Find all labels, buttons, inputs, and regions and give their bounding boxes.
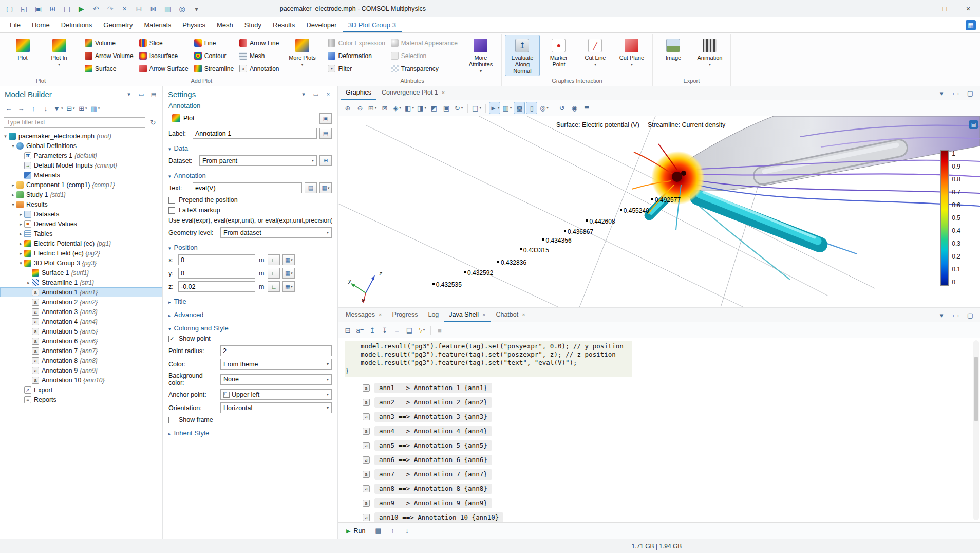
zoom-extents-button[interactable]: ⊠ (379, 102, 390, 114)
mesh-button[interactable]: Mesh (238, 49, 283, 62)
refresh-tree-button[interactable]: ↻ (147, 116, 159, 128)
create-dataset-button[interactable] (319, 155, 332, 166)
expression-menu-button[interactable] (282, 268, 295, 279)
tree-item-default-model-inputs[interactable]: Default Model Inputs{cminpt} (0, 160, 162, 170)
declared-variables-button[interactable]: a= (354, 324, 366, 336)
menu-tab-developer[interactable]: Developer (300, 17, 342, 32)
search-icon[interactable]: ◎ (178, 5, 186, 13)
history-down-button[interactable]: ↓ (401, 525, 412, 537)
background-color-select[interactable]: None (220, 374, 332, 385)
tree-item-pacemaker-electrode-mph[interactable]: ▾pacemaker_electrode.mph(root) (0, 131, 162, 141)
panel-options-button[interactable]: ▤ (149, 90, 158, 98)
desktop-layout-icon[interactable]: ▦ (966, 20, 976, 30)
tree-item-global-definitions[interactable]: ▾Global Definitions (0, 141, 162, 151)
surface-button[interactable]: Surface (83, 62, 138, 75)
geometry-level-select[interactable]: From dataset (220, 227, 332, 238)
tree-expander-icon[interactable]: ▾ (10, 143, 16, 149)
float-panel-button[interactable]: ▭ (137, 90, 145, 98)
tree-item-datasets[interactable]: ▸Datasets (0, 209, 162, 219)
range-button[interactable] (268, 254, 280, 265)
tree-expander-icon[interactable]: ▸ (17, 222, 24, 227)
tree-expander-icon[interactable]: ▾ (10, 202, 16, 207)
section-inherit-style[interactable]: Inherit Style (168, 429, 332, 437)
annotation-button[interactable]: Annotation (238, 62, 283, 75)
tree-item-electric-field-ec[interactable]: ▸Electric Field (ec){pg2} (0, 248, 162, 258)
tree-item-study-1[interactable]: ▸Study 1{std1} (0, 190, 162, 199)
tree-item-streamline-1[interactable]: ▸Streamline 1{str1} (0, 278, 162, 287)
tree-item-annotation-4[interactable]: Annotation 4{ann4} (0, 317, 162, 326)
redo-icon[interactable]: ↷ (106, 5, 115, 13)
menu-tab-physics[interactable]: Physics (177, 17, 211, 32)
show-grid-button[interactable]: ▩ (514, 102, 525, 114)
tree-item-annotation-1[interactable]: Annotation 1{ann1} (0, 287, 162, 297)
zoom-box-button[interactable]: ⊞▾ (367, 102, 378, 114)
tree-expander-icon[interactable]: ▸ (17, 241, 24, 246)
new-file-icon[interactable]: ▢ (5, 5, 14, 13)
menu-tab-3d-plot-group-3[interactable]: 3D Plot Group 3 (343, 17, 402, 32)
rotate-view-button[interactable]: ↻▾ (453, 102, 464, 114)
shell-scrollbar-thumb[interactable] (974, 357, 978, 421)
point-radius-input[interactable] (220, 345, 332, 356)
dataset-select[interactable]: From parent (199, 155, 317, 166)
camera-button[interactable]: ▣ (441, 102, 452, 114)
tree-expander-icon[interactable]: ▸ (25, 280, 32, 285)
label-input[interactable] (193, 128, 317, 139)
close-tab-icon[interactable] (379, 311, 382, 318)
close-panel-button[interactable]: × (324, 90, 332, 98)
close-tab-icon[interactable] (442, 89, 445, 96)
menu-tab-study[interactable]: Study (239, 17, 267, 32)
menu-tab-geometry[interactable]: Geometry (98, 17, 138, 32)
zoom-out-button[interactable]: ⊖ (354, 102, 366, 114)
isosurface-button[interactable]: Isosurface (138, 49, 193, 62)
expand-all-button[interactable]: ⊞▾ (77, 102, 88, 115)
tree-item-annotation-3[interactable]: Annotation 3{ann3} (0, 307, 162, 317)
panel-menu-button[interactable]: ▾ (936, 87, 947, 99)
section-title[interactable]: Title (168, 298, 332, 305)
panel-menu-button[interactable]: ▾ (936, 309, 947, 321)
maximize-icon[interactable]: □ (933, 0, 956, 17)
update-plot-button[interactable]: ↺ (556, 102, 568, 114)
menu-tab-definitions[interactable]: Definitions (55, 17, 98, 32)
expression-menu-button[interactable] (319, 182, 332, 193)
minimize-icon[interactable]: ─ (909, 0, 933, 17)
image-button[interactable]: Image (656, 35, 691, 76)
tab-graphics[interactable]: Graphics (341, 86, 376, 100)
animation-button[interactable]: Animation▾ (692, 35, 727, 76)
model-builder-layout-button[interactable]: ▥▾ (89, 102, 101, 115)
tab-progress[interactable]: Progress (387, 308, 423, 322)
arrow-line-button[interactable]: Arrow Line (238, 36, 283, 49)
run-icon[interactable]: ▶ (77, 5, 86, 13)
scroll-to-top-button[interactable]: ↥ (367, 324, 378, 336)
toolbar-overflow-icon[interactable]: ▾ (192, 5, 201, 13)
tree-item-parameters-1[interactable]: Parameters 1{default} (0, 151, 162, 160)
history-up-button[interactable]: ↑ (387, 525, 398, 537)
latex-markup-checkbox[interactable] (168, 207, 175, 214)
tree-item-export[interactable]: Export (0, 385, 162, 395)
view-xy-plane-button[interactable]: ◧▾ (404, 102, 415, 114)
graphics-context-icon[interactable]: ▤ (969, 120, 978, 129)
tree-item-surface-1[interactable]: Surface 1{surf1} (0, 268, 162, 278)
section-coloring-and-style[interactable]: Coloring and Style (168, 324, 332, 332)
maximize-panel-button[interactable]: ▢ (965, 309, 976, 321)
menu-tab-home[interactable]: Home (26, 17, 55, 32)
marker-point-button[interactable]: Marker Point (541, 35, 576, 76)
contour-button[interactable]: Contour (193, 49, 238, 62)
tree-item-derived-values[interactable]: ▸Derived Values (0, 219, 162, 229)
color-select[interactable]: From theme (220, 359, 332, 370)
go-to-default-view-button[interactable]: ◈▾ (391, 102, 403, 114)
slice-button[interactable]: Slice (138, 36, 193, 49)
view-yz-plane-button[interactable]: ◨▾ (416, 102, 427, 114)
tree-item-annotation-6[interactable]: Annotation 6{ann6} (0, 336, 162, 346)
filter-button[interactable]: Filter (326, 62, 389, 75)
tree-item-electric-potential-ec[interactable]: ▸Electric Potential (ec){pg1} (0, 238, 162, 248)
shell-scrollbar[interactable] (973, 340, 979, 520)
deformation-button[interactable]: Deformation (326, 49, 389, 62)
tree-expander-icon[interactable]: ▸ (17, 212, 24, 217)
plot-in-button[interactable]: Plot In▾ (42, 35, 77, 76)
save-as-icon[interactable]: ⊞ (48, 5, 57, 13)
print-button[interactable]: ≣ (581, 102, 592, 114)
menu-tab-file[interactable]: File (4, 17, 26, 32)
position-input[interactable] (178, 268, 255, 279)
run-button[interactable]: Run (343, 526, 368, 536)
float-panel-button[interactable]: ▭ (950, 87, 962, 99)
